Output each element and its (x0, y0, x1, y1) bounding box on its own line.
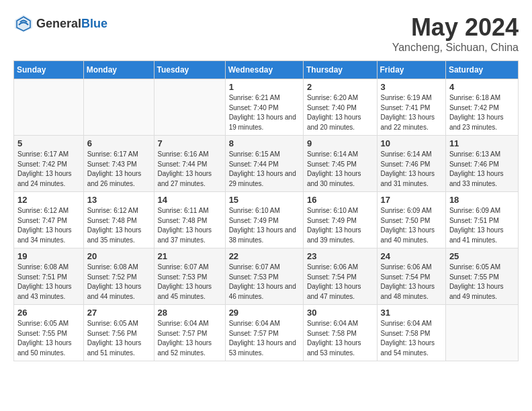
calendar-cell: 29Sunrise: 6:04 AM Sunset: 7:57 PM Dayli… (225, 305, 303, 361)
column-header-thursday: Thursday (303, 61, 377, 79)
day-number: 28 (158, 308, 222, 318)
day-info: Sunrise: 6:09 AM Sunset: 7:50 PM Dayligh… (381, 206, 442, 245)
header-row: SundayMondayTuesdayWednesdayThursdayFrid… (14, 61, 519, 79)
calendar-cell: 26Sunrise: 6:05 AM Sunset: 7:55 PM Dayli… (14, 305, 84, 361)
day-number: 21 (158, 251, 222, 261)
day-info: Sunrise: 6:08 AM Sunset: 7:51 PM Dayligh… (17, 263, 80, 302)
day-info: Sunrise: 6:06 AM Sunset: 7:54 PM Dayligh… (307, 263, 373, 302)
calendar-subtitle: Yancheng, Sichuan, China (392, 42, 519, 54)
column-header-monday: Monday (83, 61, 154, 79)
calendar-cell: 20Sunrise: 6:08 AM Sunset: 7:52 PM Dayli… (83, 248, 154, 305)
day-number: 7 (158, 138, 222, 148)
day-number: 17 (381, 195, 442, 205)
day-number: 1 (229, 82, 300, 92)
calendar-cell: 11Sunrise: 6:13 AM Sunset: 7:46 PM Dayli… (445, 136, 518, 192)
day-number: 25 (449, 251, 515, 261)
calendar-cell: 5Sunrise: 6:17 AM Sunset: 7:42 PM Daylig… (14, 136, 84, 192)
day-info: Sunrise: 6:04 AM Sunset: 7:57 PM Dayligh… (158, 319, 222, 358)
column-header-wednesday: Wednesday (225, 61, 303, 79)
day-number: 16 (307, 195, 373, 205)
week-row-2: 5Sunrise: 6:17 AM Sunset: 7:42 PM Daylig… (14, 136, 519, 192)
day-info: Sunrise: 6:19 AM Sunset: 7:41 PM Dayligh… (381, 93, 442, 132)
day-info: Sunrise: 6:05 AM Sunset: 7:55 PM Dayligh… (17, 319, 80, 358)
day-info: Sunrise: 6:17 AM Sunset: 7:43 PM Dayligh… (87, 150, 150, 189)
day-number: 4 (449, 82, 515, 92)
day-info: Sunrise: 6:14 AM Sunset: 7:46 PM Dayligh… (381, 150, 442, 189)
day-info: Sunrise: 6:16 AM Sunset: 7:44 PM Dayligh… (158, 150, 222, 189)
day-info: Sunrise: 6:08 AM Sunset: 7:52 PM Dayligh… (87, 263, 150, 302)
day-info: Sunrise: 6:12 AM Sunset: 7:48 PM Dayligh… (87, 206, 150, 245)
calendar-cell: 15Sunrise: 6:10 AM Sunset: 7:49 PM Dayli… (225, 192, 303, 248)
day-number: 6 (87, 138, 150, 148)
day-number: 29 (229, 308, 300, 318)
day-info: Sunrise: 6:04 AM Sunset: 7:58 PM Dayligh… (307, 319, 373, 358)
day-number: 19 (17, 251, 80, 261)
day-number: 18 (449, 195, 515, 205)
svg-marker-0 (15, 15, 32, 32)
day-info: Sunrise: 6:04 AM Sunset: 7:58 PM Dayligh… (381, 319, 442, 358)
calendar-cell (14, 79, 84, 136)
week-row-4: 19Sunrise: 6:08 AM Sunset: 7:51 PM Dayli… (14, 248, 519, 305)
logo-icon (13, 13, 34, 34)
day-info: Sunrise: 6:04 AM Sunset: 7:57 PM Dayligh… (229, 319, 300, 358)
calendar-cell: 31Sunrise: 6:04 AM Sunset: 7:58 PM Dayli… (377, 305, 445, 361)
calendar-cell: 14Sunrise: 6:11 AM Sunset: 7:48 PM Dayli… (154, 192, 225, 248)
calendar-cell (154, 79, 225, 136)
calendar-cell: 19Sunrise: 6:08 AM Sunset: 7:51 PM Dayli… (14, 248, 84, 305)
calendar-cell: 7Sunrise: 6:16 AM Sunset: 7:44 PM Daylig… (154, 136, 225, 192)
calendar-cell (445, 305, 518, 361)
calendar-title: May 2024 (392, 13, 519, 42)
calendar-cell: 13Sunrise: 6:12 AM Sunset: 7:48 PM Dayli… (83, 192, 154, 248)
calendar-cell: 18Sunrise: 6:09 AM Sunset: 7:51 PM Dayli… (445, 192, 518, 248)
calendar-cell: 28Sunrise: 6:04 AM Sunset: 7:57 PM Dayli… (154, 305, 225, 361)
day-info: Sunrise: 6:11 AM Sunset: 7:48 PM Dayligh… (158, 206, 222, 245)
day-number: 15 (229, 195, 300, 205)
logo-general-text: General (36, 17, 81, 30)
week-row-1: 1Sunrise: 6:21 AM Sunset: 7:40 PM Daylig… (14, 79, 519, 136)
day-info: Sunrise: 6:05 AM Sunset: 7:56 PM Dayligh… (87, 319, 150, 358)
column-header-sunday: Sunday (14, 61, 84, 79)
calendar-cell: 9Sunrise: 6:14 AM Sunset: 7:45 PM Daylig… (303, 136, 377, 192)
calendar-cell: 27Sunrise: 6:05 AM Sunset: 7:56 PM Dayli… (83, 305, 154, 361)
day-info: Sunrise: 6:05 AM Sunset: 7:55 PM Dayligh… (449, 263, 515, 302)
day-number: 10 (381, 138, 442, 148)
calendar-cell (83, 79, 154, 136)
day-info: Sunrise: 6:06 AM Sunset: 7:54 PM Dayligh… (381, 263, 442, 302)
day-number: 9 (307, 138, 373, 148)
day-info: Sunrise: 6:15 AM Sunset: 7:44 PM Dayligh… (229, 150, 300, 189)
calendar-cell: 12Sunrise: 6:12 AM Sunset: 7:47 PM Dayli… (14, 192, 84, 248)
calendar-cell: 1Sunrise: 6:21 AM Sunset: 7:40 PM Daylig… (225, 79, 303, 136)
week-row-3: 12Sunrise: 6:12 AM Sunset: 7:47 PM Dayli… (14, 192, 519, 248)
title-area: May 2024 Yancheng, Sichuan, China (392, 13, 519, 54)
day-number: 31 (381, 308, 442, 318)
logo-blue-text: Blue (81, 17, 107, 30)
calendar-cell: 23Sunrise: 6:06 AM Sunset: 7:54 PM Dayli… (303, 248, 377, 305)
day-number: 5 (17, 138, 80, 148)
calendar-cell: 2Sunrise: 6:20 AM Sunset: 7:40 PM Daylig… (303, 79, 377, 136)
calendar-cell: 4Sunrise: 6:18 AM Sunset: 7:42 PM Daylig… (445, 79, 518, 136)
week-row-5: 26Sunrise: 6:05 AM Sunset: 7:55 PM Dayli… (14, 305, 519, 361)
calendar-table: SundayMondayTuesdayWednesdayThursdayFrid… (13, 60, 519, 361)
day-number: 12 (17, 195, 80, 205)
column-header-friday: Friday (377, 61, 445, 79)
day-info: Sunrise: 6:13 AM Sunset: 7:46 PM Dayligh… (449, 150, 515, 189)
day-number: 3 (381, 82, 442, 92)
day-number: 2 (307, 82, 373, 92)
calendar-cell: 16Sunrise: 6:10 AM Sunset: 7:49 PM Dayli… (303, 192, 377, 248)
day-number: 27 (87, 308, 150, 318)
column-header-tuesday: Tuesday (154, 61, 225, 79)
day-info: Sunrise: 6:10 AM Sunset: 7:49 PM Dayligh… (307, 206, 373, 245)
calendar-cell: 30Sunrise: 6:04 AM Sunset: 7:58 PM Dayli… (303, 305, 377, 361)
calendar-cell: 21Sunrise: 6:07 AM Sunset: 7:53 PM Dayli… (154, 248, 225, 305)
day-info: Sunrise: 6:10 AM Sunset: 7:49 PM Dayligh… (229, 206, 300, 245)
day-number: 23 (307, 251, 373, 261)
day-number: 24 (381, 251, 442, 261)
day-info: Sunrise: 6:17 AM Sunset: 7:42 PM Dayligh… (17, 150, 80, 189)
day-info: Sunrise: 6:12 AM Sunset: 7:47 PM Dayligh… (17, 206, 80, 245)
day-info: Sunrise: 6:20 AM Sunset: 7:40 PM Dayligh… (307, 93, 373, 132)
day-info: Sunrise: 6:18 AM Sunset: 7:42 PM Dayligh… (449, 93, 515, 132)
day-number: 20 (87, 251, 150, 261)
page-header: GeneralBlue May 2024 Yancheng, Sichuan, … (13, 13, 519, 54)
day-number: 11 (449, 138, 515, 148)
day-info: Sunrise: 6:14 AM Sunset: 7:45 PM Dayligh… (307, 150, 373, 189)
